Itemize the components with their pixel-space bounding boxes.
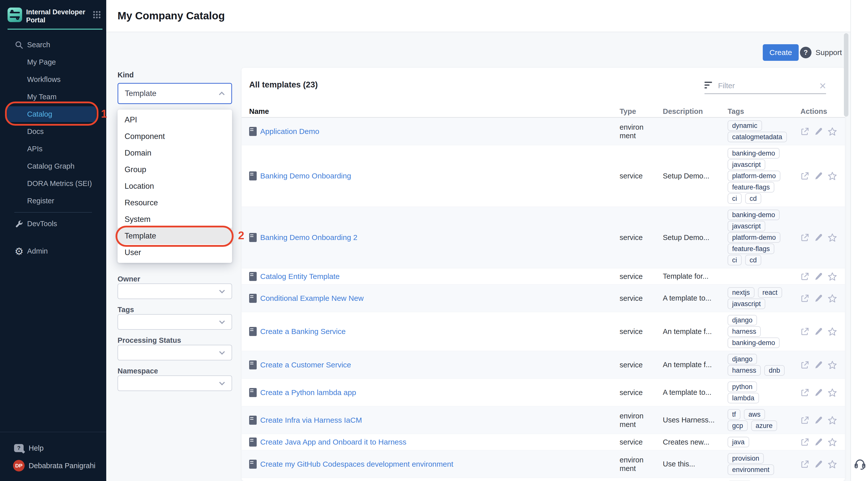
sidebar-item-apis[interactable]: APIs bbox=[0, 140, 106, 157]
star-icon[interactable] bbox=[828, 233, 837, 242]
external-link-icon[interactable] bbox=[800, 294, 809, 303]
user-menu[interactable]: DP Debabrata Panigrahi bbox=[0, 457, 106, 475]
star-icon[interactable] bbox=[828, 437, 837, 447]
tag-chip: ci bbox=[727, 255, 742, 265]
table-row: Banking Demo Onboarding 2serviceSetup De… bbox=[242, 207, 845, 268]
entity-link[interactable]: Conditional Example New New bbox=[260, 294, 364, 303]
sidebar-item-admin[interactable]: ⚙Admin bbox=[0, 242, 106, 260]
sidebar-item-dora-metrics-sei[interactable]: DORA Metrics (SEI) bbox=[0, 175, 106, 192]
kind-option-domain[interactable]: Domain bbox=[118, 145, 232, 161]
tag-chip: feature-flags bbox=[727, 243, 774, 254]
kind-option-location[interactable]: Location bbox=[118, 178, 232, 194]
entity-link[interactable]: Banking Demo Onboarding 2 bbox=[260, 233, 358, 242]
entity-link[interactable]: Create a Banking Service bbox=[260, 327, 346, 336]
star-icon[interactable] bbox=[828, 459, 837, 469]
sidebar-item-register[interactable]: Register bbox=[0, 192, 106, 210]
right-gutter bbox=[850, 0, 868, 481]
star-icon[interactable] bbox=[828, 272, 837, 281]
kind-option-component[interactable]: Component bbox=[118, 128, 232, 145]
external-link-icon[interactable] bbox=[800, 127, 809, 136]
edit-pencil-icon[interactable] bbox=[814, 294, 823, 303]
entity-link[interactable]: Create my GitHub Codespaces development … bbox=[260, 460, 453, 469]
scrollbar[interactable] bbox=[844, 33, 848, 117]
help-label: Help bbox=[29, 444, 44, 452]
star-icon[interactable] bbox=[828, 415, 837, 425]
chevron-down-icon bbox=[219, 288, 225, 294]
external-link-icon[interactable] bbox=[800, 388, 809, 397]
filter-select-tags[interactable] bbox=[118, 314, 232, 330]
sidebar-item-my-page[interactable]: My Page bbox=[0, 54, 106, 71]
edit-pencil-icon[interactable] bbox=[814, 327, 823, 336]
tag-line: harness bbox=[727, 326, 800, 337]
template-doc-icon bbox=[249, 438, 257, 447]
external-link-icon[interactable] bbox=[800, 171, 809, 180]
kind-option-group[interactable]: Group bbox=[118, 161, 232, 178]
kind-option-template[interactable]: Template bbox=[118, 228, 232, 244]
sidebar-item-catalog[interactable]: Catalog bbox=[0, 106, 106, 123]
template-doc-icon bbox=[249, 171, 257, 180]
edit-pencil-icon[interactable] bbox=[814, 388, 823, 397]
sidebar-item-search[interactable]: Search bbox=[0, 36, 106, 54]
kind-option-resource[interactable]: Resource bbox=[118, 194, 232, 211]
external-link-icon[interactable] bbox=[800, 360, 809, 369]
external-link-icon[interactable] bbox=[800, 460, 809, 469]
sidebar-item-docs[interactable]: Docs bbox=[0, 123, 106, 140]
entity-link[interactable]: Create Infra via Harness IaCM bbox=[260, 416, 362, 424]
star-icon[interactable] bbox=[828, 360, 837, 370]
tag-chip: environment bbox=[727, 464, 774, 475]
star-icon[interactable] bbox=[828, 294, 837, 303]
entity-link[interactable]: Create Java App and Onboard it to Harnes… bbox=[260, 438, 406, 446]
support-button[interactable]: ? Support bbox=[800, 44, 842, 61]
external-link-icon[interactable] bbox=[800, 327, 809, 336]
edit-pencil-icon[interactable] bbox=[814, 360, 823, 369]
star-icon[interactable] bbox=[828, 127, 837, 136]
edit-pencil-icon[interactable] bbox=[814, 272, 823, 281]
external-link-icon[interactable] bbox=[800, 438, 809, 447]
sidebar-item-my-team[interactable]: My Team bbox=[0, 88, 106, 106]
entity-link[interactable]: Create a Python lambda app bbox=[260, 388, 356, 397]
support-headset-icon[interactable] bbox=[854, 457, 867, 472]
filter-label-tags: Tags bbox=[118, 306, 134, 314]
entity-link[interactable]: Catalog Entity Template bbox=[260, 272, 340, 281]
edit-pencil-icon[interactable] bbox=[814, 416, 823, 425]
table-row: Application Demoenvironmentdynamiccatalo… bbox=[242, 118, 845, 145]
edit-pencil-icon[interactable] bbox=[814, 233, 823, 242]
external-link-icon[interactable] bbox=[800, 272, 809, 281]
entity-link[interactable]: Application Demo bbox=[260, 127, 319, 136]
template-doc-icon bbox=[249, 327, 257, 336]
entity-link[interactable]: Create a Customer Service bbox=[260, 361, 351, 369]
kind-option-system[interactable]: System bbox=[118, 211, 232, 228]
external-link-icon[interactable] bbox=[800, 416, 809, 425]
filter-select-owner[interactable] bbox=[118, 283, 232, 299]
tag-chip: banking-demo bbox=[727, 337, 780, 348]
sidebar-item-help[interactable]: ? Help bbox=[0, 439, 106, 457]
name-cell: Application Demo bbox=[249, 127, 620, 136]
kind-option-user[interactable]: User bbox=[118, 244, 232, 261]
entity-link[interactable]: Banking Demo Onboarding bbox=[260, 172, 351, 180]
clear-filter-icon[interactable]: × bbox=[819, 80, 826, 91]
star-icon[interactable] bbox=[828, 388, 837, 397]
chevron-down-icon bbox=[219, 319, 225, 324]
sidebar-item-devtools[interactable]: DevTools bbox=[0, 215, 106, 233]
create-button[interactable]: Create bbox=[763, 44, 799, 61]
edit-pencil-icon[interactable] bbox=[814, 127, 823, 136]
edit-pencil-icon[interactable] bbox=[814, 438, 823, 447]
edit-pencil-icon[interactable] bbox=[814, 171, 823, 180]
kind-option-api[interactable]: API bbox=[118, 112, 232, 128]
actions-cell bbox=[800, 388, 838, 397]
sidebar-item-workflows[interactable]: Workflows bbox=[0, 71, 106, 88]
help-bubble-icon: ? bbox=[13, 444, 25, 452]
sidebar-item-catalog-graph[interactable]: Catalog Graph bbox=[0, 157, 106, 175]
star-icon[interactable] bbox=[828, 327, 837, 336]
kind-combobox[interactable]: Template bbox=[118, 83, 232, 104]
tag-line: environment bbox=[727, 464, 800, 475]
star-icon[interactable] bbox=[828, 171, 837, 181]
name-cell: Create Java App and Onboard it to Harnes… bbox=[249, 438, 620, 447]
tag-chip: azure bbox=[751, 420, 777, 431]
edit-pencil-icon[interactable] bbox=[814, 460, 823, 469]
filter-select-processing-status[interactable] bbox=[118, 345, 232, 360]
table-filter-input[interactable] bbox=[718, 82, 817, 90]
filter-select-namespace[interactable] bbox=[118, 375, 232, 391]
external-link-icon[interactable] bbox=[800, 233, 809, 242]
apps-grid-icon[interactable] bbox=[93, 11, 100, 19]
